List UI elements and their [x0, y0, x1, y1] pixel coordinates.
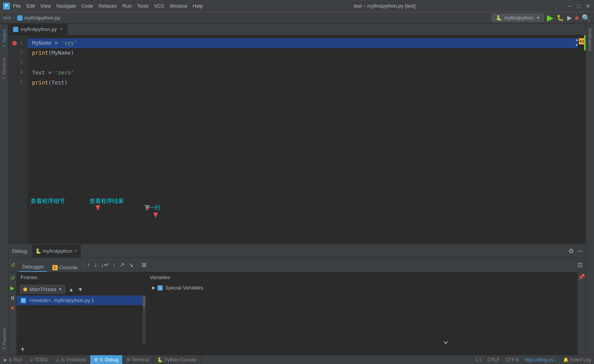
table-view-button[interactable]: ⊞ — [140, 260, 148, 270]
encoding-text: UTF-8 — [506, 357, 519, 362]
menu-view[interactable]: View — [40, 3, 51, 9]
menu-run[interactable]: Run — [123, 3, 132, 9]
frame-up-button[interactable]: ▲ — [68, 286, 75, 293]
menu-code[interactable]: Code — [81, 3, 93, 9]
debug-minimize-button[interactable]: ─ — [578, 248, 582, 255]
menu-vcs[interactable]: VCS — [154, 3, 164, 9]
menu-edit[interactable]: Edit — [26, 3, 35, 9]
main-area: 1: Project 7: Structure 2: Favorites myf… — [0, 24, 594, 355]
breakpoint-1[interactable] — [12, 41, 17, 46]
warning-nav-up[interactable]: ▲ — [575, 37, 579, 42]
frame-item-module[interactable]: M <module>, myfirstpython.py:1 — [17, 296, 146, 305]
status-todo[interactable]: ≡ TODO — [26, 355, 52, 364]
code-content[interactable]: MyName = 'zyy' print(MyName) Test = 'zer… — [28, 35, 578, 244]
code-line-3 — [28, 58, 578, 68]
debug-tab-close[interactable]: ✕ — [74, 249, 77, 253]
terminal-icon: ✉ — [127, 357, 130, 362]
run-label: 4: Run — [9, 357, 22, 362]
thread-selector[interactable]: MainThread ▼ — [20, 285, 65, 294]
debug-run-button[interactable]: 🐛 — [557, 14, 564, 21]
status-event-log[interactable]: 🔔 Event Log — [560, 357, 594, 362]
file-tab-name: myfirstpython.py — [21, 26, 57, 32]
sidebar-spacer-structure: 7: Structure — [0, 52, 8, 322]
console-tab[interactable]: C Console — [49, 258, 81, 272]
menu-help[interactable]: Help — [193, 3, 203, 9]
step-into-my-code-button[interactable]: ↓↵ — [99, 260, 110, 270]
file-icon — [17, 15, 23, 21]
debugger-tab[interactable]: Debugger — [19, 258, 47, 272]
menu-window[interactable]: Window — [170, 3, 187, 9]
pin-button[interactable]: 📌 — [577, 272, 586, 281]
run-button[interactable]: ▶ — [547, 13, 553, 23]
line-number-3: 3 — [10, 58, 26, 67]
variables-list: ▶ S Special Variables — [146, 283, 577, 355]
file-tab-close[interactable]: ✕ — [59, 27, 63, 32]
status-url[interactable]: https://blog.cs... — [522, 357, 560, 362]
minimize-button[interactable]: ─ — [566, 3, 573, 9]
line-numbers: 1 2 3 4 5 — [8, 35, 28, 244]
problems-icon: ⚠ — [56, 357, 60, 362]
step-into-button[interactable]: ↓ — [93, 260, 99, 270]
evaluate-button[interactable]: ↘ — [127, 260, 135, 270]
restart-debug-button[interactable]: ↺ — [9, 274, 16, 282]
frame-down-button[interactable]: ▼ — [77, 286, 84, 293]
status-terminal[interactable]: ✉ Terminal — [123, 355, 153, 364]
status-encoding[interactable]: UTF-8 — [503, 357, 522, 362]
breadcrumb-separator: › — [13, 15, 15, 21]
status-position[interactable]: 1:1 — [472, 357, 485, 362]
code-line-5: print(Test) — [28, 78, 578, 88]
stop-debug-button[interactable]: ■ — [10, 304, 15, 312]
event-log-icon: 🔔 — [563, 357, 569, 362]
position-text: 1:1 — [475, 357, 482, 362]
breadcrumb-project[interactable]: test — [3, 15, 11, 21]
coverage-button[interactable]: ▶ — [567, 14, 572, 21]
frames-panel: Frames MainThread ▼ ▲ ▼ M <module — [17, 272, 146, 355]
debug-toolbar: ↺ Debugger C Console ↑ ↓ ↓↵ ↑ ↗ — [8, 258, 586, 272]
debug-status-label: 5: Debug — [100, 357, 118, 362]
status-debug[interactable]: ⚙ 5: Debug — [90, 355, 123, 364]
debug-settings-button[interactable]: ⚙ — [568, 247, 574, 255]
step-out-button[interactable]: ↑ — [111, 260, 117, 270]
debug-tab-icon: 🐍 — [35, 248, 41, 254]
pause-button[interactable]: ⏸ — [9, 294, 16, 302]
right-sidebar-tab[interactable]: Notifications — [586, 24, 594, 56]
right-sidebar: Notifications — [586, 24, 594, 355]
resume-button[interactable]: ↺ — [11, 262, 18, 268]
sidebar-tab-structure[interactable]: 7: Structure — [0, 52, 8, 85]
menu-tools[interactable]: Tools — [137, 3, 149, 9]
breadcrumb-file[interactable]: myfirstpython.py — [17, 15, 60, 21]
run-config-selector[interactable]: 🐍 myfirstpython ▼ — [492, 14, 544, 22]
status-run[interactable]: ▶ 4: Run — [0, 355, 26, 364]
menu-navigate[interactable]: Navigate — [56, 3, 76, 9]
status-python-console[interactable]: 🐍 Python Console — [153, 355, 201, 364]
debug-tab-name[interactable]: 🐍 myfirstpython ✕ — [32, 245, 81, 257]
status-problems[interactable]: ⚠ 6: Problems — [52, 355, 90, 364]
restore-button[interactable]: ⊡ — [576, 260, 584, 270]
line-number-5: 5 — [10, 77, 26, 87]
add-watch-button[interactable]: + — [21, 345, 25, 353]
step-over-button[interactable]: ↑ — [86, 260, 92, 270]
code-line-1: MyName = 'zyy' — [28, 38, 578, 48]
add-watch-area: + — [17, 343, 146, 355]
status-crlf[interactable]: CRLF — [485, 357, 503, 362]
menu-file[interactable]: File — [13, 3, 21, 9]
run-to-cursor-button[interactable]: ↗ — [118, 260, 126, 270]
resume-debug-button[interactable]: ▶ — [9, 284, 16, 292]
close-button[interactable]: ✕ — [585, 3, 591, 9]
line-number-1: 1 — [10, 38, 26, 48]
variables-panel: Variables ▶ S Special Variables — [146, 272, 577, 355]
debug-panel: Debug: 🐍 myfirstpython ✕ ⚙ ─ ↺ Debugger — [8, 244, 586, 355]
maximize-button[interactable]: □ — [576, 3, 582, 9]
stop-button[interactable]: ■ — [575, 15, 579, 21]
sidebar-tab-project[interactable]: 1: Project — [0, 24, 8, 52]
menu-refactor[interactable]: Refactor — [99, 3, 117, 9]
event-log-label: Event Log — [570, 357, 591, 362]
special-variables-item[interactable]: ▶ S Special Variables — [146, 283, 577, 292]
menu-bar: File Edit View Navigate Code Refactor Ru… — [13, 3, 203, 9]
frames-scrollbar-thumb — [143, 296, 146, 307]
file-tab-myfirstpython[interactable]: myfirstpython.py ✕ — [8, 24, 68, 35]
sidebar-tab-favorites[interactable]: 2: Favorites — [0, 322, 8, 355]
search-button[interactable]: 🔍 — [582, 14, 590, 22]
warning-nav-down[interactable]: ▼ — [575, 43, 579, 47]
frames-scrollbar[interactable] — [143, 296, 146, 343]
